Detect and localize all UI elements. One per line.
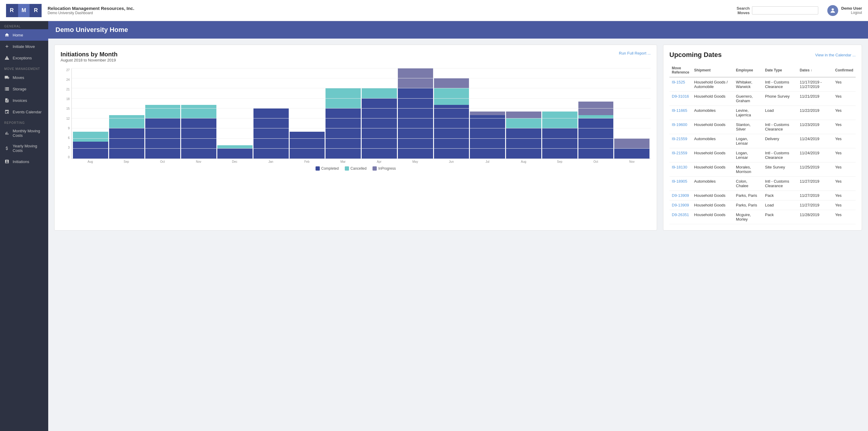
cell-date-type: Intl - Customs Clearance <box>763 120 797 134</box>
sidebar-label-home: Home <box>13 33 23 37</box>
move-ref-link[interactable]: I9-1525 <box>672 80 685 84</box>
bar-group <box>109 115 144 158</box>
x-label: Feb <box>289 160 324 163</box>
chart-legend: CompletedCancelledInProgress <box>61 166 651 171</box>
dates-table-body: I9-1525Household Goods / AutomobileWhita… <box>670 77 856 224</box>
x-label: May <box>398 160 433 163</box>
bar-group <box>217 145 253 158</box>
x-label: Apr <box>362 160 397 163</box>
svg-point-0 <box>832 8 834 10</box>
bar-completed <box>73 142 108 158</box>
x-label: Jan <box>253 160 288 163</box>
move-ref-link[interactable]: I9-18130 <box>672 165 687 170</box>
bar-group <box>578 101 614 158</box>
sidebar-item-invoices[interactable]: Invoices <box>0 95 48 106</box>
user-section: Demo User Logout <box>827 5 862 16</box>
avatar <box>827 5 838 16</box>
table-row: I9-11665AutomobilesLevine, LajerricaLoad… <box>670 106 856 120</box>
sidebar-item-moves[interactable]: Moves <box>0 72 48 83</box>
table-row: D9-13909Household GoodsParks, ParisLoad1… <box>670 201 856 210</box>
sidebar-item-initiations[interactable]: Initiations <box>0 156 48 167</box>
legend-dot <box>373 166 377 171</box>
chart-icon <box>4 130 10 136</box>
x-label: Nov <box>181 160 216 163</box>
cell-shipment: Automobiles <box>692 134 734 148</box>
bar-cancelled <box>506 119 541 128</box>
legend-label: Completed <box>321 166 339 171</box>
move-ref-link[interactable]: I9-21559 <box>672 151 687 155</box>
cell-dates: 11/23/2019 <box>797 120 833 134</box>
cell-confirmed: Yes <box>833 148 856 162</box>
x-label: Oct <box>145 160 180 163</box>
move-ref-link[interactable]: D9-13909 <box>672 193 689 198</box>
bar-group <box>542 112 578 158</box>
bar-group <box>398 68 433 158</box>
bar-completed <box>578 119 614 158</box>
cell-confirmed: Yes <box>833 77 856 92</box>
logo-r2: R <box>30 4 41 17</box>
search-input[interactable] <box>752 6 818 14</box>
sidebar-item-initiate-move[interactable]: Initiate Move <box>0 41 48 52</box>
legend-dot <box>315 166 320 171</box>
company-name: Relocation Management Resources, Inc. <box>48 6 737 11</box>
move-ref-link[interactable]: D9-13909 <box>672 203 689 207</box>
x-label: Sep <box>542 160 578 163</box>
cell-dates: 11/27/2019 <box>797 191 833 201</box>
sidebar-item-storage[interactable]: Storage <box>0 83 48 95</box>
bars-area <box>71 68 651 159</box>
cell-confirmed: Yes <box>833 134 856 148</box>
cell-confirmed: Yes <box>833 120 856 134</box>
chart-title: Initiations by Month <box>61 51 118 58</box>
cell-confirmed: Yes <box>833 210 856 224</box>
move-ref-link[interactable]: D9-31016 <box>672 94 689 98</box>
cell-dates: 11/28/2019 <box>797 210 833 224</box>
cell-employee: Levine, Lajerrica <box>734 106 763 120</box>
invoice-icon <box>4 98 10 103</box>
calendar-icon <box>4 109 10 115</box>
page-header: Demo University Home <box>48 21 868 38</box>
sidebar-label-monthly-moving-costs: Monthly Moving Costs <box>13 129 44 138</box>
cell-move-ref: I9-11665 <box>670 106 692 120</box>
cell-dates: 11/25/2019 <box>797 162 833 177</box>
logo: R M R <box>6 4 41 17</box>
x-label: Jun <box>434 160 469 163</box>
legend-dot <box>345 166 349 171</box>
page-title: Demo University Home <box>56 26 861 34</box>
view-calendar-link[interactable]: View in the Calendar ... <box>815 53 856 57</box>
sidebar-item-exceptions[interactable]: Exceptions <box>0 52 48 64</box>
header-title: Relocation Management Resources, Inc. De… <box>48 6 737 15</box>
upcoming-dates-title: Upcoming Dates <box>670 51 722 59</box>
table-row: D9-13909Household GoodsParks, ParisPack1… <box>670 191 856 201</box>
cell-shipment: Household Goods / Automobile <box>692 77 734 92</box>
table-row: I9-21559AutomobilesLogan, LensarDelivery… <box>670 134 856 148</box>
dates-table-header-row: MoveReference Shipment Employee Date Typ… <box>670 64 856 77</box>
sidebar-item-yearly-moving-costs[interactable]: Yearly Moving Costs <box>0 141 48 156</box>
bar-cancelled <box>542 112 578 128</box>
x-label: Nov <box>614 160 650 163</box>
cell-shipment: Household Goods <box>692 120 734 134</box>
logout-link[interactable]: Logout <box>841 10 862 15</box>
cell-shipment: Household Goods <box>692 210 734 224</box>
sidebar-item-events-calendar[interactable]: Events Calendar <box>0 106 48 118</box>
sidebar-label-initiate-move: Initiate Move <box>13 44 35 49</box>
cell-date-type: Load <box>763 201 797 210</box>
move-ref-link[interactable]: D9-26351 <box>672 213 689 217</box>
move-ref-link[interactable]: I9-21559 <box>672 136 687 141</box>
cell-shipment: Household Goods <box>692 162 734 177</box>
cell-employee: Guerrero, Graham <box>734 92 763 106</box>
run-report-link[interactable]: Run Full Report ... <box>619 51 651 56</box>
move-ref-link[interactable]: I9-19600 <box>672 122 687 127</box>
dollar-icon <box>4 146 10 151</box>
sidebar-item-home[interactable]: Home <box>0 29 48 41</box>
move-ref-link[interactable]: I9-11665 <box>672 108 687 113</box>
bar-group <box>145 105 181 158</box>
table-row: D9-31016Household GoodsGuerrero, GrahamP… <box>670 92 856 106</box>
move-ref-link[interactable]: I9-18905 <box>672 179 687 184</box>
cell-move-ref: D9-26351 <box>670 210 692 224</box>
legend-label: InProgress <box>378 166 396 171</box>
sidebar-item-monthly-moving-costs[interactable]: Monthly Moving Costs <box>0 126 48 141</box>
bar-inprogress <box>470 112 505 115</box>
bar-cancelled <box>181 105 216 118</box>
table-row: I9-1525Household Goods / AutomobileWhita… <box>670 77 856 92</box>
bar-inprogress <box>578 101 614 115</box>
